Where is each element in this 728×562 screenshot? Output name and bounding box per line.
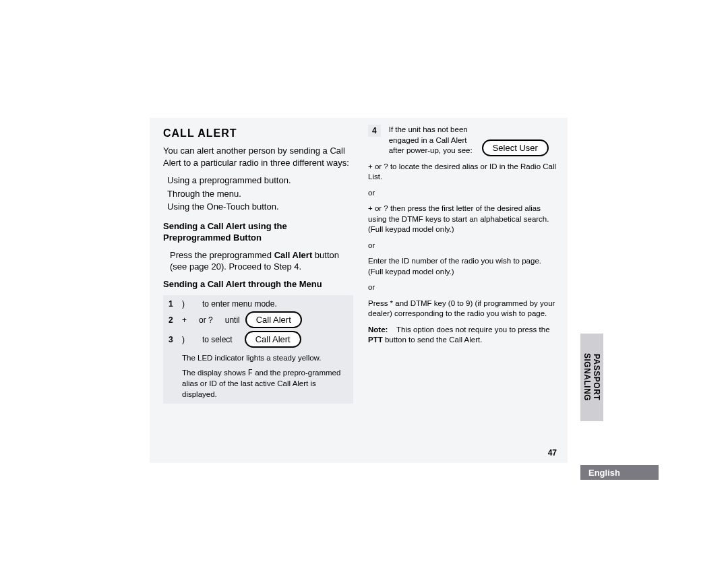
step-number: 3	[169, 335, 177, 344]
step-3: 3 ) to select Call Alert	[169, 331, 348, 348]
step-box: 1 ) to enter menu mode. 2 + or ? until C…	[163, 295, 353, 404]
text: The display shows	[182, 369, 248, 377]
step-text: to select	[202, 335, 233, 344]
manual-page: CALL ALERT You can alert another person …	[150, 118, 568, 463]
intro-text: You can alert another person by sending …	[163, 145, 353, 168]
nav-key-icon: )	[182, 335, 185, 344]
step-1: 1 ) to enter menu mode.	[169, 299, 348, 309]
text: Press the preprogrammed	[170, 250, 274, 260]
step-text: If the unit has not been engaged in a Ca…	[389, 125, 477, 156]
ways-list: Using a preprogrammed button. Through th…	[163, 174, 353, 214]
step-text: to enter menu mode.	[202, 299, 277, 309]
text: button to send the Call Alert.	[383, 336, 483, 344]
display-select-user: Select User	[482, 139, 549, 156]
text: This option does not require you to pres…	[396, 325, 550, 334]
question-key: or ?	[199, 315, 213, 325]
led-note: The LED indicator lights a steady yellow…	[182, 353, 348, 364]
call-alert-button-name: Call Alert	[274, 250, 313, 260]
language-tab: English	[580, 465, 659, 480]
step-number: 4	[368, 125, 381, 137]
or-separator: or	[368, 282, 558, 293]
subheading-menu: Sending a Call Alert through the Menu	[163, 278, 353, 290]
or-separator: or	[368, 188, 558, 199]
tab-label: PASSPORTSIGNALING	[582, 353, 602, 401]
list-item: Through the menu.	[167, 187, 353, 201]
display-glyph-f: F	[248, 369, 253, 378]
note-label: Note:	[368, 325, 388, 334]
display-call-alert: Call Alert	[245, 331, 301, 348]
right-column: 4 If the unit has not been engaged in a …	[368, 125, 558, 408]
nav-key-icon: )	[182, 299, 185, 309]
page-number: 47	[548, 448, 557, 458]
left-column: CALL ALERT You can alert another person …	[163, 125, 353, 408]
step-number: 1	[169, 299, 177, 309]
step-number: 2	[169, 315, 177, 325]
text: until	[225, 315, 240, 325]
subheading-preprogrammed: Sending a Call Alert using the Preprogra…	[163, 220, 353, 244]
ptt-button-name: PTT	[368, 336, 383, 344]
note-block: Note: This option does not require you t…	[368, 325, 558, 346]
option-enter-id: Enter the ID number of the radio you wis…	[368, 256, 558, 277]
display-call-alert: Call Alert	[245, 311, 302, 328]
option-dtmf: Press * and DTMF key (0 to 9) (if progra…	[368, 299, 558, 319]
option-alpha-search: + or ? then press the first letter of th…	[368, 204, 558, 235]
list-item: Using a preprogrammed button.	[167, 174, 353, 187]
preprogrammed-instruction: Press the preprogrammed Call Alert butto…	[170, 249, 353, 273]
page-title: CALL ALERT	[163, 127, 353, 139]
step-2: 2 + or ? until Call Alert	[169, 311, 348, 328]
plus-key: +	[182, 315, 187, 325]
language-label: English	[588, 468, 620, 478]
list-item: Using the One-Touch button.	[167, 200, 353, 214]
or-separator: or	[368, 241, 558, 251]
option-locate: + or ? to locate the desired alias or ID…	[368, 162, 558, 183]
section-tab-passport-signaling: PASSPORTSIGNALING	[580, 334, 603, 421]
step-4-lead: 4 If the unit has not been engaged in a …	[368, 125, 558, 156]
canvas: CALL ALERT You can alert another person …	[0, 0, 728, 562]
display-note: The display shows F and the prepro-gramm…	[182, 368, 348, 400]
